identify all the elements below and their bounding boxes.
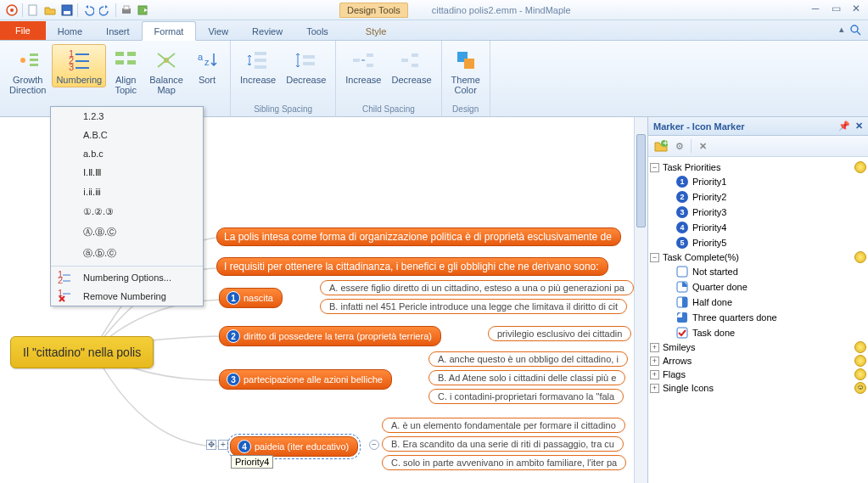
leaf-1b[interactable]: B. infatti nel 451 Pericle introduce una…: [320, 299, 627, 314]
numbering-123[interactable]: 1.2.3: [51, 107, 203, 126]
redo-icon[interactable]: [98, 3, 113, 18]
undo-icon[interactable]: [81, 3, 96, 18]
numbering-roman-upper[interactable]: Ⅰ.Ⅱ.Ⅲ: [51, 163, 203, 183]
contextual-tab-label: Design Tools: [339, 3, 408, 18]
delete-marker-icon[interactable]: ✕: [695, 138, 710, 154]
svg-rect-38: [367, 64, 373, 67]
svg-rect-41: [412, 64, 418, 67]
tree-group-arrows[interactable]: +Arrows: [650, 354, 866, 368]
tree-group-smileys[interactable]: +Smileys: [650, 340, 866, 354]
pin-icon[interactable]: 📌: [838, 121, 850, 131]
svg-rect-35: [303, 62, 315, 65]
tree-item-priority1[interactable]: 1Priority1: [650, 174, 866, 189]
svg-rect-31: [255, 52, 266, 55]
svg-line-27: [158, 60, 166, 67]
tree-item-priority4[interactable]: 4Priority4: [650, 220, 866, 235]
tab-review[interactable]: Review: [240, 22, 294, 40]
branch-terra[interactable]: 2diritto di possedere la terra (propriet…: [219, 326, 441, 346]
leaf-2a[interactable]: privilegio esclusivo dei cittadin: [488, 326, 631, 341]
tab-format[interactable]: Format: [142, 21, 197, 41]
growth-direction-button[interactable]: Growth Direction: [5, 44, 50, 98]
new-icon[interactable]: [25, 3, 41, 18]
search-icon[interactable]: [849, 24, 863, 39]
numbering-ABC[interactable]: A.B.C: [51, 126, 203, 144]
tree-item-priority2[interactable]: 2Priority2: [650, 189, 866, 205]
child-decrease-button[interactable]: Decrease: [387, 44, 435, 87]
sibling-increase-button[interactable]: Increase: [236, 44, 280, 87]
svg-line-25: [158, 53, 166, 60]
svg-rect-6: [124, 6, 129, 9]
tab-view[interactable]: View: [196, 22, 240, 40]
tree-item-priority5[interactable]: 5Priority5: [650, 235, 866, 250]
leaf-3b[interactable]: B. Ad Atene solo i cittadini delle class…: [428, 370, 625, 385]
tab-insert[interactable]: Insert: [94, 22, 142, 40]
numbering-options[interactable]: 12Numbering Options...: [51, 268, 203, 287]
tree-item-quarter[interactable]: Quarter done: [650, 279, 866, 295]
leaf-1a[interactable]: A. essere figlio diretto di un cittadino…: [320, 280, 634, 295]
panel-close-icon[interactable]: ✕: [855, 121, 863, 131]
minimize-icon[interactable]: ─: [809, 3, 822, 14]
collapse-handle-icon[interactable]: −: [369, 440, 379, 450]
coin-icon: [854, 368, 866, 380]
app-icon[interactable]: [4, 3, 20, 18]
tree-group-flags[interactable]: +Flags: [650, 368, 866, 381]
branch-paideia[interactable]: 4paideia (iter educativo): [230, 436, 358, 457]
branch-belliche[interactable]: 3partecipazione alle azioni belliche: [219, 369, 392, 390]
expand-handle-icon[interactable]: +: [218, 440, 228, 450]
restore-icon[interactable]: ▭: [829, 3, 843, 14]
tree-group-complete[interactable]: −Task Complete(%): [650, 250, 866, 264]
save-icon[interactable]: [59, 3, 75, 18]
export-icon[interactable]: [136, 3, 151, 18]
tree-group-priorities[interactable]: −Task Priorities: [650, 160, 866, 174]
svg-line-26: [166, 53, 175, 60]
open-icon[interactable]: [42, 3, 58, 18]
branch-nascita[interactable]: 1nascita: [219, 288, 283, 308]
tree-item-half[interactable]: Half done: [650, 295, 866, 310]
theme-color-button[interactable]: Theme Color: [447, 44, 484, 98]
numbering-circled-ABC[interactable]: Ⓐ.Ⓑ.Ⓒ: [51, 222, 203, 243]
align-topic-button[interactable]: Align Topic: [108, 44, 143, 98]
tab-file[interactable]: File: [0, 21, 46, 40]
svg-text:2: 2: [58, 275, 63, 284]
leaf-3a[interactable]: A. anche questo è un obbligo del cittadi…: [428, 351, 628, 367]
scrollbar-thumb[interactable]: [636, 134, 646, 227]
svg-line-28: [166, 60, 175, 67]
numbering-circled-123[interactable]: ①.②.③: [51, 202, 203, 222]
priority-badge-3: 3: [227, 373, 240, 386]
numbering-roman-lower[interactable]: ⅰ.ⅱ.ⅲ: [51, 183, 203, 202]
leaf-3c[interactable]: C. i contadini-proprietari formavano la …: [428, 389, 624, 404]
leaf-4a[interactable]: A. è un elemento fondamentale per formar…: [382, 418, 625, 433]
numbering-circled-abc[interactable]: ⓐ.ⓑ.ⓒ: [51, 243, 203, 264]
tab-style[interactable]: Style: [354, 22, 398, 40]
numbering-abc[interactable]: a.b.c: [51, 144, 203, 163]
remove-numbering[interactable]: 1Remove Numbering: [51, 287, 203, 306]
tab-tools[interactable]: Tools: [294, 22, 340, 40]
ribbon-minimize-icon[interactable]: ▴: [839, 24, 844, 39]
leaf-4c[interactable]: C. solo in parte avvenivano in ambito fa…: [382, 455, 626, 470]
tree-item-notstarted[interactable]: Not started: [650, 264, 866, 279]
marker-settings-icon[interactable]: ⚙: [672, 138, 687, 154]
tree-item-priority3[interactable]: 3Priority3: [650, 205, 866, 220]
sort-button[interactable]: azSort: [189, 44, 225, 87]
move-handle-icon[interactable]: ✥: [206, 440, 216, 450]
print-icon[interactable]: [119, 3, 134, 18]
numbering-button[interactable]: 123Numbering: [52, 44, 106, 87]
priority-badge-2: 2: [227, 329, 240, 343]
svg-rect-57: [682, 297, 687, 307]
branch-1[interactable]: La polis intesa come forma di organizzaz…: [216, 227, 621, 246]
tree-group-singleicons[interactable]: +Single Icons☺: [650, 381, 866, 395]
vertical-scrollbar[interactable]: [634, 117, 647, 483]
sibling-decrease-button[interactable]: Decrease: [282, 44, 330, 87]
child-increase-button[interactable]: Increase: [341, 44, 385, 87]
svg-rect-4: [64, 11, 70, 14]
tab-home[interactable]: Home: [46, 22, 94, 40]
central-topic[interactable]: Il "cittadino" nella polis: [10, 336, 154, 368]
tree-item-done[interactable]: Task done: [650, 325, 866, 340]
close-icon[interactable]: ✕: [849, 3, 863, 14]
branch-2[interactable]: I requisiti per ottenere la cittadinanza…: [216, 257, 608, 276]
add-marker-icon[interactable]: +: [653, 138, 669, 154]
leaf-4b[interactable]: B. Era scandito da una serie di riti di …: [382, 436, 624, 452]
svg-line-9: [857, 31, 860, 35]
balance-map-button[interactable]: Balance Map: [145, 44, 188, 98]
tree-item-threequarters[interactable]: Three quarters done: [650, 310, 866, 325]
